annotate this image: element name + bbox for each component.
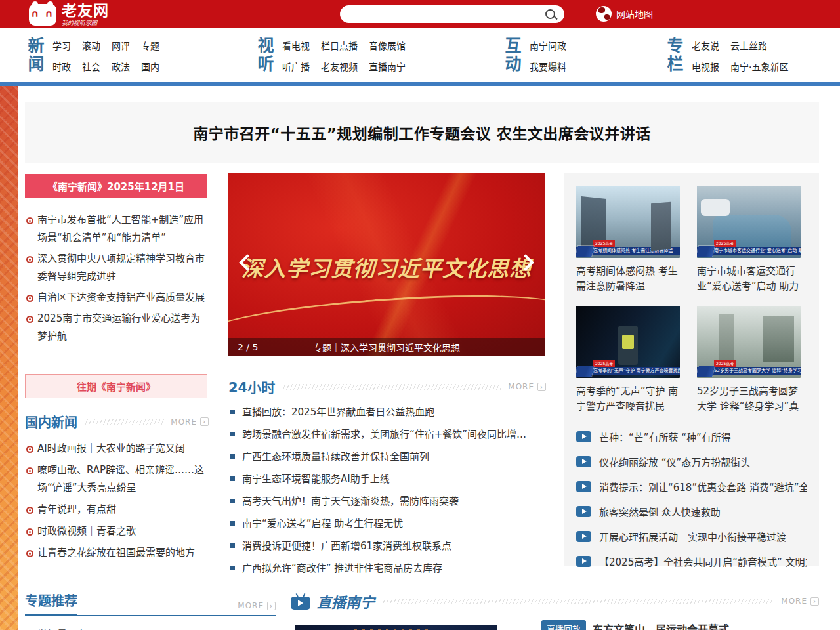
video-caption[interactable]: 高考季的“无声”守护 南宁警方严查噪音扰民: [576, 384, 680, 415]
video-caption[interactable]: 南宁市城市客运交通行业“爱心送考”启动 助力高考: [697, 264, 801, 295]
video-card[interactable]: 2025高考 52岁男子三战高考圆梦大学 诠释“终身学习”真谛 52岁男子三战高…: [697, 306, 801, 415]
carousel-caption[interactable]: 专题｜深入学习贯彻习近平文化思想: [228, 341, 545, 354]
site-title: 老友网: [62, 3, 109, 18]
list-item[interactable]: 仪花绚丽绽放 “仪”态万方扮靓街头: [576, 455, 807, 469]
nav-group-interact: 互动 南宁问政 我要爆料: [502, 37, 566, 76]
nav-link-wangping[interactable]: 网评: [112, 39, 130, 52]
nav-link-baoliao[interactable]: 我要爆料: [530, 60, 566, 73]
domestic-more-link[interactable]: MORE ›: [171, 417, 209, 427]
nav-link-guonei[interactable]: 国内: [141, 60, 159, 73]
nav-columns-label[interactable]: 专栏: [664, 37, 682, 76]
list-item[interactable]: 自治区下达资金支持铝产业高质量发展: [25, 289, 209, 306]
list-item[interactable]: 2025南宁市交通运输行业爱心送考为梦护航: [25, 310, 209, 345]
nav-link-wuxiang[interactable]: 南宁·五象新区: [730, 60, 788, 73]
nav-link-wenzheng[interactable]: 南宁问政: [530, 39, 566, 52]
live-player-thumbnail[interactable]: [295, 625, 497, 630]
nav-link-kandianshi[interactable]: 看电视: [282, 39, 310, 52]
list-item[interactable]: 让青春之花绽放在祖国最需要的地方: [25, 544, 209, 562]
more-label: MORE: [171, 417, 197, 427]
domestic-news-section: 国内新闻 MORE › AI时政画报｜大农业的路子宽又阔 嘹啰山歌、RAP辟谣、…: [25, 412, 209, 566]
nav-link-xuexi[interactable]: 学习: [52, 39, 71, 52]
list-item[interactable]: 南宁生态环境智能服务AI助手上线: [228, 472, 546, 486]
video-tag: 2025高考: [593, 240, 615, 247]
hero-carousel[interactable]: 深入学习贯彻习近平文化思想 2 / 5 专题｜深入学习贯彻习近平文化思想: [228, 173, 545, 356]
video-list-title: 开展心理拓展活动 实现中小衔接平稳过渡: [599, 530, 786, 543]
nav-link-gundong[interactable]: 滚动: [82, 39, 100, 52]
video-caption[interactable]: 高考期间体感闷热 考生需注意防暑降温: [576, 264, 680, 295]
list-item[interactable]: 开展心理拓展活动 实现中小衔接平稳过渡: [576, 530, 807, 543]
nav-link-zhuanti[interactable]: 专题: [141, 39, 159, 52]
nav-interact-label[interactable]: 互动: [502, 37, 520, 76]
list-item[interactable]: 消费提示：别让“618”优惠变套路 消费“避坑”全指南: [576, 480, 807, 494]
top-headline[interactable]: 南宁市召开“十五五”规划编制工作专题会议 农生文出席会议并讲话: [193, 121, 651, 144]
replay-badge: 直播回放: [541, 620, 586, 630]
hatch-divider: [381, 598, 774, 604]
list-item[interactable]: 南宁市发布首批“人工智能+制造”应用场景“机会清单”和“能力清单”: [25, 211, 209, 247]
hours24-more-link[interactable]: MORE ›: [508, 382, 546, 391]
sitemap-link[interactable]: 网站地图: [596, 6, 653, 22]
play-icon: [576, 431, 591, 442]
video-card[interactable]: 2025高考 高考期间体感闷热 考生需注意防暑降温 高考期间体感闷热 考生需注意…: [576, 186, 680, 295]
carousel-slide-title: 深入学习贯彻习近平文化思想: [228, 251, 545, 283]
video-card[interactable]: 2025高考 高考季的“无声”守护 南宁警方严查噪音扰民 高考季的“无声”守护 …: [576, 306, 680, 415]
nav-link-tingguangbo[interactable]: 听广播: [282, 60, 310, 73]
video-list-title: 仪花绚丽绽放 “仪”态万方扮靓街头: [599, 455, 750, 469]
list-item[interactable]: 青年说理，有点甜: [25, 501, 209, 518]
play-icon: [576, 456, 591, 467]
nav-link-shizheng[interactable]: 时政: [52, 60, 71, 73]
search-bar[interactable]: [340, 5, 564, 23]
topics-more-link[interactable]: MORE ›: [238, 601, 276, 610]
list-item[interactable]: 嘹啰山歌、RAP辟谣、相亲辨谣……这场“铲谣”大秀亮点纷呈: [25, 461, 209, 497]
nav-link-shehui[interactable]: 社会: [82, 60, 100, 73]
nav-group-news: 新闻 学习 滚动 网评 专题 时政 社会 政法 国内: [25, 37, 159, 76]
play-icon: [576, 506, 591, 517]
list-item[interactable]: 跨场景融合激发住宿新需求，美团旅行“住宿+餐饮”间夜同比增…: [228, 428, 546, 441]
nanning-news-banner[interactable]: 《南宁新闻》2025年12月1日: [25, 174, 207, 198]
list-item[interactable]: 高考天气出炉！南宁天气逐渐炎热，需防阵雨突袭: [228, 495, 546, 508]
list-item[interactable]: 旅客突然晕倒 众人快速救助: [576, 505, 807, 518]
nav-link-yinxiang[interactable]: 音像展馆: [369, 39, 406, 52]
search-icon[interactable]: [545, 9, 555, 19]
more-arrow-icon: ›: [200, 417, 209, 426]
list-item[interactable]: 消费投诉更便捷！广西新增61家消费维权联系点: [228, 539, 546, 553]
archive-button[interactable]: 往期《南宁新闻》: [25, 374, 207, 398]
list-item[interactable]: 芒种：“芒”有所获 “种”有所得: [576, 430, 807, 444]
list-item[interactable]: 南宁“爱心送考”启程 助考生行程无忧: [228, 517, 546, 530]
nav-link-laoyoushipin[interactable]: 老友视频: [321, 60, 358, 73]
list-item[interactable]: 时政微视频｜青春之歌: [25, 522, 209, 540]
video-caption[interactable]: 52岁男子三战高考圆梦大学 诠释“终身学习”真谛: [697, 384, 801, 415]
video-thumbnail: 2025高考 南宁市城市客运交通行业“爱心送考”启动 助力高考: [697, 186, 801, 258]
replay-title: 东方文笔山…届运动会开幕式: [593, 621, 729, 630]
play-icon: [576, 481, 591, 492]
hours24-section: 24小时 MORE › 直播回放：2025年世界献血者日公益热血跑 跨场景融合激…: [228, 377, 546, 584]
list-item[interactable]: AI时政画报｜大农业的路子宽又阔: [25, 440, 209, 457]
left-ornament-strip: [0, 86, 18, 630]
nav-news-label[interactable]: 新闻: [25, 37, 43, 76]
mascot-logo-icon: ∩ ∩: [29, 4, 56, 26]
nav-link-laoyoushuo[interactable]: 老友说: [692, 39, 719, 52]
live-more-link[interactable]: MORE ›: [781, 597, 819, 606]
list-item[interactable]: 【2025高考】全社会共同开启“静音模式” 文明之…: [576, 555, 807, 568]
list-item[interactable]: 广西拟允许“商改住” 推进非住宅商品房去库存: [228, 562, 546, 575]
nav-link-zhibonanning[interactable]: 直播南宁: [369, 60, 406, 73]
nav-link-dianshibao[interactable]: 电视报: [692, 60, 719, 73]
nav-link-yunshang[interactable]: 云上丝路: [730, 39, 767, 52]
live-section: 直播南宁 MORE › 直播回放 东方文笔山…届运动会开幕式: [291, 591, 819, 612]
site-logo[interactable]: ∩ ∩ 老友网 我的视听家园: [29, 3, 109, 26]
main-nav: 新闻 学习 滚动 网评 专题 时政 社会 政法 国内 视听 看电视 栏目点播 音…: [0, 28, 840, 82]
search-input[interactable]: [340, 9, 545, 19]
nav-divider: [0, 82, 840, 86]
list-item[interactable]: 直播回放：2025年世界献血者日公益热血跑: [228, 406, 546, 419]
more-arrow-icon: ›: [810, 597, 819, 606]
topics-first-item[interactable]: 举报暴恐专区: [25, 627, 276, 630]
list-item[interactable]: 深入贯彻中央八项规定精神学习教育市委督导组完成进驻: [25, 250, 209, 285]
video-card[interactable]: 2025高考 南宁市城市客运交通行业“爱心送考”启动 助力高考 南宁市城市客运交…: [697, 186, 801, 295]
replay-item[interactable]: 直播回放 东方文笔山…届运动会开幕式: [541, 620, 729, 630]
nav-link-lanmudianbo[interactable]: 栏目点播: [321, 39, 358, 52]
nav-link-zhengfa[interactable]: 政法: [112, 60, 130, 73]
video-tag: 2025高考: [714, 360, 736, 367]
mascot-eyes: ∩ ∩: [29, 9, 56, 18]
list-item[interactable]: 广西生态环境质量持续改善并保持全国前列: [228, 450, 546, 463]
video-list-title: 旅客突然晕倒 众人快速救助: [599, 505, 721, 518]
nav-video-label[interactable]: 视听: [255, 37, 273, 76]
